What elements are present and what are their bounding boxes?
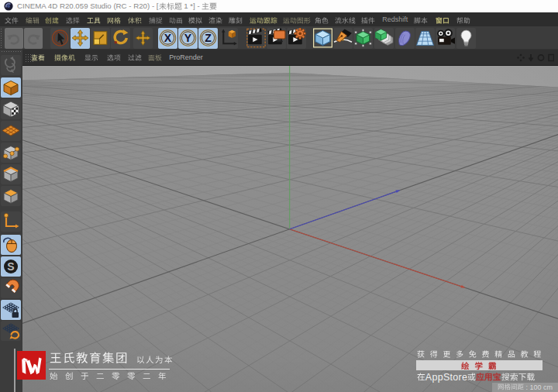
- svg-text:S: S: [7, 260, 14, 273]
- svg-text:Y: Y: [184, 32, 192, 44]
- svg-text:X: X: [164, 32, 172, 44]
- svg-text:Z: Z: [205, 32, 212, 44]
